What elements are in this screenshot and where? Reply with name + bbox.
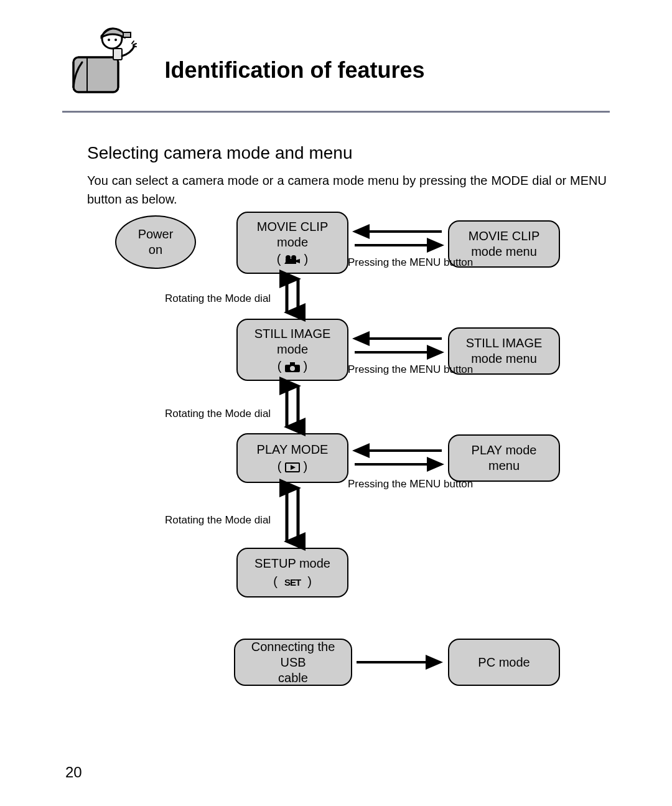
arrow-bidir-vert-icon bbox=[277, 275, 308, 317]
node-movie-mode: MOVIE CLIP mode ( ) bbox=[236, 212, 348, 274]
arrow-bidir-vert-icon bbox=[277, 484, 308, 546]
caption-press-menu: Pressing the MENU button bbox=[348, 478, 473, 490]
svg-rect-0 bbox=[73, 57, 118, 92]
mode-flow-diagram: Power on MOVIE CLIP mode ( ) MOVIE CLIP … bbox=[62, 212, 610, 769]
node-label: STILL IMAGE mode bbox=[254, 326, 331, 357]
node-label: Connecting the USB cable bbox=[240, 639, 346, 686]
node-usb-cable: Connecting the USB cable bbox=[234, 639, 352, 686]
caption-press-menu: Pressing the MENU button bbox=[348, 363, 473, 376]
svg-rect-10 bbox=[286, 259, 296, 264]
node-still-mode: STILL IMAGE mode ( ) bbox=[236, 319, 348, 381]
node-label: Power on bbox=[138, 227, 174, 258]
header-rule bbox=[62, 111, 610, 113]
body-text: You can select a camera mode or a camera… bbox=[87, 171, 607, 209]
node-label: PLAY mode menu bbox=[472, 443, 537, 474]
arrow-bidir-icon bbox=[348, 443, 448, 474]
svg-marker-17 bbox=[291, 465, 296, 470]
node-label: PC mode bbox=[478, 655, 530, 670]
arrow-bidir-icon bbox=[348, 331, 448, 362]
play-mode-icon: ( ) bbox=[278, 459, 307, 474]
manual-page: Identification of features Selecting cam… bbox=[0, 0, 672, 806]
arrow-bidir-icon bbox=[348, 224, 448, 255]
section-title: Selecting camera mode and menu bbox=[87, 143, 352, 163]
node-label: MOVIE CLIP mode bbox=[257, 219, 328, 250]
node-label: STILL IMAGE mode menu bbox=[466, 335, 543, 367]
node-power-on: Power on bbox=[115, 215, 196, 269]
node-setup-mode: SETUP mode ( SET ) bbox=[236, 548, 348, 597]
svg-marker-11 bbox=[296, 259, 300, 263]
node-play-mode: PLAY MODE ( ) bbox=[236, 433, 348, 483]
page-title: Identification of features bbox=[164, 57, 424, 83]
page-header: Identification of features bbox=[62, 19, 610, 100]
arrow-right-icon bbox=[353, 655, 447, 673]
node-play-menu: PLAY mode menu bbox=[448, 434, 560, 482]
node-label: PLAY MODE bbox=[257, 442, 329, 457]
caption-press-menu: Pressing the MENU button bbox=[348, 256, 473, 269]
svg-rect-14 bbox=[290, 362, 295, 365]
node-label: MOVIE CLIP mode menu bbox=[469, 228, 539, 260]
movie-mode-icon: ( ) bbox=[277, 251, 308, 267]
setup-mode-icon: ( SET ) bbox=[273, 574, 312, 589]
arrow-bidir-vert-icon bbox=[277, 382, 308, 432]
svg-point-6 bbox=[108, 39, 110, 41]
svg-point-7 bbox=[114, 39, 117, 41]
svg-rect-5 bbox=[123, 32, 131, 37]
svg-point-15 bbox=[290, 366, 295, 371]
node-label: SETUP mode bbox=[254, 556, 330, 571]
caption-rotate-dial: Rotating the Mode dial bbox=[165, 408, 271, 420]
node-pc-mode: PC mode bbox=[448, 639, 560, 686]
mascot-icon bbox=[62, 19, 143, 100]
caption-rotate-dial: Rotating the Mode dial bbox=[165, 293, 271, 305]
caption-rotate-dial: Rotating the Mode dial bbox=[165, 514, 271, 527]
svg-rect-3 bbox=[113, 49, 122, 60]
page-number: 20 bbox=[65, 764, 82, 781]
camera-mode-icon: ( ) bbox=[278, 358, 307, 374]
